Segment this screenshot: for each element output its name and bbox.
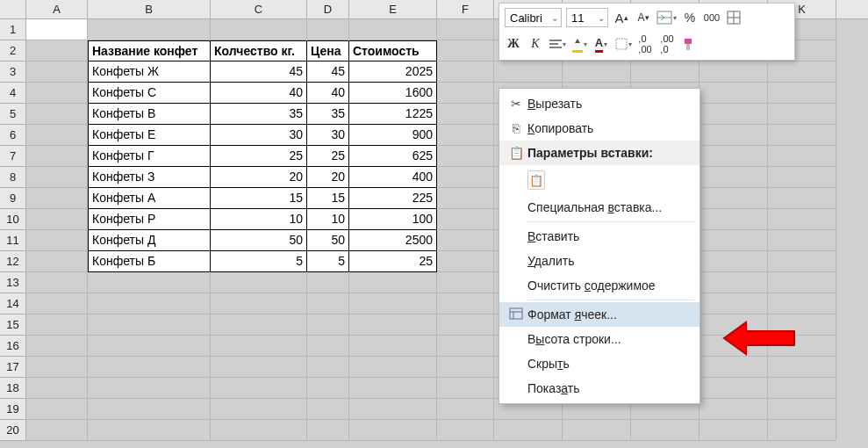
cell-D9[interactable]: 15	[307, 188, 349, 209]
cell-K9[interactable]	[768, 188, 836, 209]
cell-C16[interactable]	[211, 336, 307, 357]
cell-C8[interactable]: 20	[211, 167, 307, 188]
bold-button[interactable]: Ж	[505, 34, 522, 54]
cell-B2[interactable]: Название конфет	[88, 40, 211, 61]
cell-C20[interactable]	[211, 420, 307, 441]
cell-E17[interactable]	[349, 357, 437, 378]
cell-K13[interactable]	[768, 272, 836, 293]
cell-E6[interactable]: 900	[349, 125, 437, 146]
row-header-5[interactable]: 5	[0, 104, 26, 125]
italic-button[interactable]: К	[527, 34, 544, 54]
cell-E11[interactable]: 2500	[349, 230, 437, 251]
cell-J6[interactable]	[699, 125, 768, 146]
cell-B16[interactable]	[88, 336, 211, 357]
cell-F12[interactable]	[437, 251, 494, 272]
cell-F8[interactable]	[437, 167, 494, 188]
cell-F6[interactable]	[437, 125, 494, 146]
cell-B11[interactable]: Конфеты Д	[88, 230, 211, 251]
cell-F1[interactable]	[437, 19, 494, 40]
cell-J4[interactable]	[699, 83, 768, 104]
row-header-19[interactable]: 19	[0, 399, 26, 420]
menu-format-cells[interactable]: Формат ячеек...	[499, 302, 699, 327]
cell-J11[interactable]	[699, 230, 768, 251]
cell-C6[interactable]: 30	[211, 125, 307, 146]
col-header-F[interactable]: F	[437, 0, 494, 18]
row-header-12[interactable]: 12	[0, 251, 26, 272]
cell-A18[interactable]	[26, 378, 88, 399]
cell-E1[interactable]	[349, 19, 437, 40]
cell-C4[interactable]: 40	[211, 83, 307, 104]
cell-J19[interactable]	[699, 399, 768, 420]
cell-C7[interactable]: 25	[211, 146, 307, 167]
row-header-16[interactable]: 16	[0, 336, 26, 357]
cell-A12[interactable]	[26, 251, 88, 272]
menu-row-height[interactable]: Высота строки...	[499, 327, 699, 351]
cell-C1[interactable]	[211, 19, 307, 40]
font-name-select[interactable]: Calibri⌄	[505, 8, 562, 27]
cell-J7[interactable]	[699, 146, 768, 167]
cell-B8[interactable]: Конфеты З	[88, 167, 211, 188]
row-header-11[interactable]: 11	[0, 230, 26, 251]
cell-K20[interactable]	[768, 420, 836, 441]
cell-C13[interactable]	[211, 272, 307, 293]
cell-A13[interactable]	[26, 272, 88, 293]
font-color-button[interactable]: А▾	[592, 34, 610, 54]
cell-A4[interactable]	[26, 83, 88, 104]
cell-F14[interactable]	[437, 293, 494, 314]
cell-F7[interactable]	[437, 146, 494, 167]
cell-J9[interactable]	[699, 188, 768, 209]
cell-E15[interactable]	[349, 314, 437, 336]
cell-K12[interactable]	[768, 251, 836, 272]
cell-K11[interactable]	[768, 230, 836, 251]
cell-F19[interactable]	[437, 399, 494, 420]
cell-A2[interactable]	[26, 40, 88, 61]
col-header-D[interactable]: D	[307, 0, 349, 18]
cell-B5[interactable]: Конфеты В	[88, 104, 211, 125]
row-header-7[interactable]: 7	[0, 146, 26, 167]
cell-D5[interactable]: 35	[307, 104, 349, 125]
row-header-14[interactable]: 14	[0, 293, 26, 314]
col-header-C[interactable]: C	[211, 0, 307, 18]
cell-E4[interactable]: 1600	[349, 83, 437, 104]
cell-F20[interactable]	[437, 420, 494, 441]
cell-D15[interactable]	[307, 314, 349, 336]
cell-J17[interactable]	[699, 357, 768, 378]
cell-E19[interactable]	[349, 399, 437, 420]
menu-cut[interactable]: ✂Вырезать	[499, 91, 699, 116]
cell-C15[interactable]	[211, 314, 307, 336]
cell-D16[interactable]	[307, 336, 349, 357]
cell-E5[interactable]: 1225	[349, 104, 437, 125]
cell-E18[interactable]	[349, 378, 437, 399]
cell-C17[interactable]	[211, 357, 307, 378]
cell-I3[interactable]	[631, 61, 699, 83]
cell-E7[interactable]: 625	[349, 146, 437, 167]
cell-C12[interactable]: 5	[211, 251, 307, 272]
cell-D14[interactable]	[307, 293, 349, 314]
col-header-A[interactable]: A	[26, 0, 88, 18]
cell-B14[interactable]	[88, 293, 211, 314]
row-header-8[interactable]: 8	[0, 167, 26, 188]
cell-F4[interactable]	[437, 83, 494, 104]
cell-K17[interactable]	[768, 357, 836, 378]
cell-J8[interactable]	[699, 167, 768, 188]
cell-C10[interactable]: 10	[211, 209, 307, 230]
row-header-18[interactable]: 18	[0, 378, 26, 399]
cell-H20[interactable]	[563, 420, 631, 441]
cell-J3[interactable]	[699, 61, 768, 83]
cell-A1[interactable]	[26, 19, 88, 40]
cell-D4[interactable]: 40	[307, 83, 349, 104]
menu-copy[interactable]: ⎘Копировать	[499, 116, 699, 141]
cell-K8[interactable]	[768, 167, 836, 188]
cell-E16[interactable]	[349, 336, 437, 357]
cell-F13[interactable]	[437, 272, 494, 293]
cell-J13[interactable]	[699, 272, 768, 293]
cell-C3[interactable]: 45	[211, 61, 307, 83]
row-header-13[interactable]: 13	[0, 272, 26, 293]
cell-J12[interactable]	[699, 251, 768, 272]
cell-D18[interactable]	[307, 378, 349, 399]
menu-clear-contents[interactable]: Очистить содержимое	[499, 273, 699, 298]
cell-C14[interactable]	[211, 293, 307, 314]
cell-A3[interactable]	[26, 61, 88, 83]
cell-E8[interactable]: 400	[349, 167, 437, 188]
increase-font-button[interactable]: A▴	[613, 8, 630, 27]
